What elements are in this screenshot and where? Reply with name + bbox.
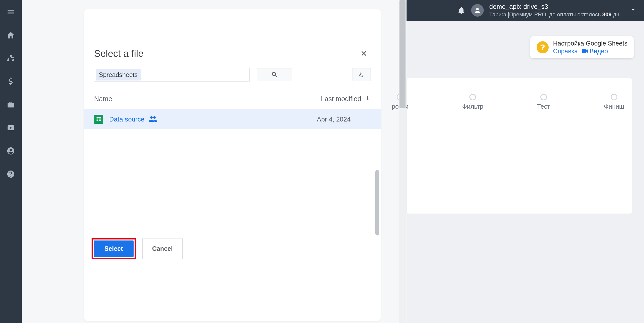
help-card: ? Настройка Google Sheets Справка Видео <box>530 36 634 58</box>
username: demo_apix-drive_s3 <box>489 3 619 11</box>
help-question-icon[interactable]: ? <box>537 41 549 53</box>
page-scrollbar-thumb[interactable] <box>399 0 406 108</box>
user-text: demo_apix-drive_s3 Тариф |Премиум PRO| д… <box>489 3 619 18</box>
user-block: demo_apix-drive_s3 Тариф |Премиум PRO| д… <box>457 3 636 18</box>
notifications-icon[interactable] <box>457 6 466 15</box>
step-dot[interactable] <box>540 94 547 100</box>
help-link-video[interactable]: Видео <box>582 48 608 55</box>
list-header: Name Last modified <box>84 87 381 109</box>
stepper: ройки Фильтр Тест Финиш <box>392 94 624 110</box>
step-2: Фильтр <box>462 94 483 110</box>
left-sidebar <box>0 0 22 323</box>
select-button[interactable]: Select <box>94 240 134 257</box>
search-icon <box>271 71 278 78</box>
connections-icon[interactable] <box>6 53 16 63</box>
billing-icon[interactable] <box>6 76 16 87</box>
help-icon[interactable] <box>6 169 16 179</box>
picker-footer: Select Cancel <box>84 229 381 268</box>
picker-scrollbar[interactable] <box>375 170 379 235</box>
step-4: Финиш <box>604 94 624 110</box>
step-line <box>409 102 462 102</box>
home-icon[interactable] <box>6 30 16 40</box>
search-button[interactable] <box>257 68 292 81</box>
col-modified[interactable]: Last modified <box>321 95 371 103</box>
picker-title: Select a file <box>94 48 143 59</box>
avatar[interactable] <box>471 4 484 17</box>
step-dot[interactable] <box>469 94 476 100</box>
file-picker-dialog: Select a file ✕ Spreadsheets Name Last m… <box>84 9 381 321</box>
sort-options-button[interactable] <box>352 68 371 81</box>
chevron-down-icon[interactable] <box>630 7 636 14</box>
account-icon[interactable] <box>6 146 16 156</box>
step-label: Тест <box>537 103 550 110</box>
tariff-days: 309 <box>602 11 612 18</box>
hamburger-icon[interactable] <box>6 7 16 17</box>
sheets-icon <box>94 115 103 124</box>
sort-arrow-down-icon <box>364 95 371 103</box>
col-modified-label: Last modified <box>321 95 361 103</box>
page-scrollbar-track[interactable] <box>399 0 406 323</box>
step-label: Финиш <box>604 103 624 110</box>
sort-alpha-icon <box>358 71 365 78</box>
help-title: Настройка Google Sheets <box>553 40 627 47</box>
file-modified-date: Apr 4, 2024 <box>317 115 371 123</box>
stepper-card: ройки Фильтр Тест Финиш <box>407 78 632 214</box>
file-type-icon <box>94 115 103 124</box>
picker-header: Select a file ✕ <box>84 9 381 68</box>
step-line <box>550 102 604 102</box>
help-texts: Настройка Google Sheets Справка Видео <box>553 40 627 55</box>
youtube-icon[interactable] <box>6 123 16 133</box>
cancel-button[interactable]: Cancel <box>142 238 183 259</box>
close-icon[interactable]: ✕ <box>357 47 371 60</box>
col-name[interactable]: Name <box>94 95 321 103</box>
video-icon <box>582 48 588 52</box>
help-links: Справка Видео <box>553 48 627 55</box>
help-link-video-text: Видео <box>590 48 608 55</box>
filter-chip-label: Spreadsheets <box>96 69 141 80</box>
briefcase-icon[interactable] <box>6 100 16 110</box>
select-highlight: Select <box>92 238 136 259</box>
file-type-filter[interactable]: Spreadsheets <box>94 68 250 82</box>
help-link-docs[interactable]: Справка <box>553 48 578 55</box>
step-dot[interactable] <box>611 94 617 100</box>
shared-icon <box>149 116 157 123</box>
picker-toolbar: Spreadsheets <box>84 68 381 87</box>
tariff-prefix: Тариф |Премиум PRO| до оплаты осталось <box>489 11 602 18</box>
file-row[interactable]: Data source Apr 4, 2024 <box>84 109 381 129</box>
tariff-suffix: дн <box>612 11 619 18</box>
step-line <box>483 102 537 102</box>
step-label: Фильтр <box>462 103 483 110</box>
file-name: Data source <box>109 115 144 123</box>
tariff-line: Тариф |Премиум PRO| до оплаты осталось 3… <box>489 11 619 18</box>
step-3: Тест <box>537 94 550 110</box>
